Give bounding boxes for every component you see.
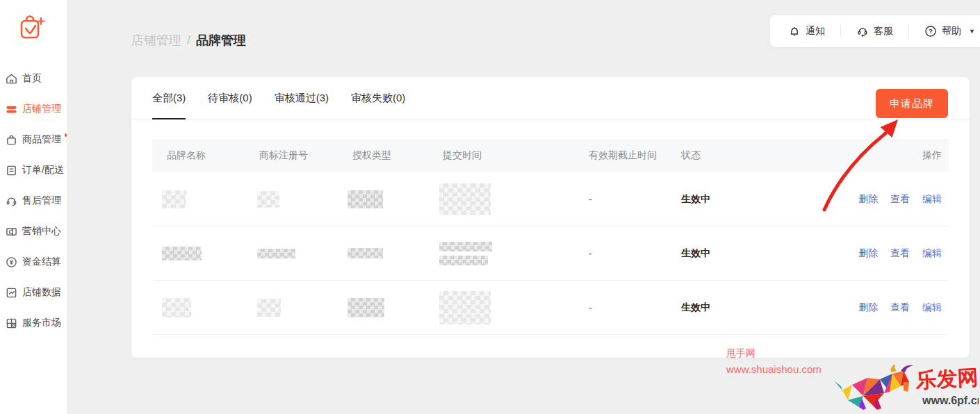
masked-submit-time <box>439 183 491 215</box>
watermark-site-name: 甩手网 <box>726 345 822 361</box>
headset-icon <box>856 25 869 38</box>
masked-auth-type <box>348 190 383 208</box>
sidebar-item-aftersale[interactable]: 售后管理 <box>0 185 67 216</box>
apply-brand-button[interactable]: 申请品牌 <box>876 89 948 118</box>
chevron-down-icon: ▼ <box>969 28 975 35</box>
app-logo-icon <box>18 13 46 43</box>
view-link[interactable]: 查看 <box>890 193 910 204</box>
masked-auth-type <box>348 248 383 258</box>
masked-reg-no <box>257 249 295 258</box>
status-tabs: 全部(3) 待审核(0) 审核通过(3) 审核失败(0) <box>131 77 970 119</box>
masked-reg-no <box>257 191 279 208</box>
masked-reg-no <box>257 299 281 317</box>
sidebar-item-label: 店铺管理 <box>22 103 61 115</box>
masked-submit-time <box>439 291 491 324</box>
tab-approved[interactable]: 审核通过(3) <box>275 77 329 119</box>
sidebar-item-orders-delivery[interactable]: 订单/配送 <box>0 155 67 185</box>
market-icon <box>6 317 17 329</box>
masked-brand-name <box>162 298 191 317</box>
customer-service-button[interactable]: 客服 <box>856 25 893 38</box>
col-header-status: 状态 <box>667 149 819 162</box>
watermark-site-url: www.shuaishou.com <box>726 361 822 379</box>
shop-icon <box>6 104 17 115</box>
edit-link[interactable]: 编辑 <box>922 301 942 313</box>
sidebar-item-marketing[interactable]: 营销中心 <box>0 216 67 247</box>
help-icon: ? <box>924 25 937 38</box>
breadcrumb: 店铺管理/品牌管理 <box>131 32 246 49</box>
col-header-submit-time: 提交时间 <box>428 149 574 162</box>
tab-pending[interactable]: 待审核(0) <box>208 77 252 119</box>
sidebar: 首页 店铺管理 商品管理 订单/配送 售后管理 营销中心 资金结算 <box>0 0 67 414</box>
masked-auth-type <box>348 298 384 317</box>
sidebar-item-label: 服务市场 <box>22 317 61 329</box>
breadcrumb-parent[interactable]: 店铺管理 <box>131 33 181 47</box>
delete-link[interactable]: 删除 <box>858 301 878 313</box>
masked-submit-time <box>439 256 488 265</box>
row-actions: 删除 查看 编辑 <box>819 247 949 260</box>
notifications-label: 通知 <box>806 25 825 38</box>
table-header-row: 品牌名称 商标注册号 授权类型 提交时间 有效期截止时间 状态 操作 <box>152 139 949 172</box>
table-row: - 生效中 删除 查看 编辑 <box>152 226 949 281</box>
valid-until-value: - <box>574 302 667 313</box>
table-row: - 生效中 删除 查看 编辑 <box>152 281 949 335</box>
funds-icon <box>6 256 17 268</box>
data-icon <box>6 287 17 299</box>
tab-rejected[interactable]: 审核失败(0) <box>351 77 405 119</box>
valid-until-value: - <box>574 194 667 205</box>
sidebar-item-goods-management[interactable]: 商品管理 <box>0 124 67 155</box>
sidebar-item-label: 售后管理 <box>22 194 61 207</box>
col-header-auth-type: 授权类型 <box>338 149 428 162</box>
lefa-site-name: 乐发网 <box>915 365 979 392</box>
notifications-button[interactable]: 通知 <box>788 25 825 38</box>
row-actions: 删除 查看 编辑 <box>819 301 949 314</box>
view-link[interactable]: 查看 <box>890 247 910 258</box>
sidebar-item-label: 资金结算 <box>22 256 61 268</box>
breadcrumb-separator: / <box>187 33 190 47</box>
sidebar-item-label: 订单/配送 <box>22 164 64 176</box>
sidebar-item-funds[interactable]: 资金结算 <box>0 247 67 277</box>
tab-all[interactable]: 全部(3) <box>152 77 186 119</box>
edit-link[interactable]: 编辑 <box>922 247 942 258</box>
delete-link[interactable]: 删除 <box>858 247 878 258</box>
bull-icon <box>834 364 913 410</box>
sidebar-item-service-market[interactable]: 服务市场 <box>0 308 67 338</box>
sidebar-item-home[interactable]: 首页 <box>0 63 67 94</box>
sidebar-item-shop-management[interactable]: 店铺管理 <box>0 94 67 124</box>
col-header-reg-no: 商标注册号 <box>245 149 338 162</box>
home-icon <box>6 73 17 85</box>
col-header-brand: 品牌名称 <box>152 149 245 162</box>
lefa-site-url: www.6pf.cn <box>922 395 979 406</box>
order-icon <box>6 165 17 176</box>
sidebar-item-shop-data[interactable]: 店铺数据 <box>0 277 67 308</box>
page-title: 品牌管理 <box>196 33 246 47</box>
table-row: - 生效中 删除 查看 编辑 <box>152 172 949 226</box>
sidebar-item-label: 店铺数据 <box>22 286 61 299</box>
status-badge: 生效中 <box>667 247 819 260</box>
topbar: 通知 客服 ? 帮助 ▼ <box>770 15 980 47</box>
new-badge-dot <box>65 133 67 137</box>
customer-service-label: 客服 <box>874 25 893 38</box>
col-header-valid-until: 有效期截止时间 <box>574 149 667 162</box>
aftersale-icon <box>6 195 17 207</box>
masked-submit-time <box>439 242 492 251</box>
brand-table: 品牌名称 商标注册号 授权类型 提交时间 有效期截止时间 状态 操作 - 生效中… <box>152 139 949 335</box>
view-link[interactable]: 查看 <box>890 301 910 313</box>
row-actions: 删除 查看 编辑 <box>819 193 949 206</box>
sidebar-item-label: 营销中心 <box>22 225 61 238</box>
delete-link[interactable]: 删除 <box>858 193 878 204</box>
watermark-shuaishou: 甩手网 www.shuaishou.com <box>726 345 822 379</box>
help-menu-button[interactable]: ? 帮助 ▼ <box>924 25 975 38</box>
help-label: 帮助 <box>942 25 961 38</box>
divider <box>840 25 841 38</box>
sidebar-item-label: 商品管理 <box>22 133 61 146</box>
sidebar-item-label: 首页 <box>22 72 42 85</box>
edit-link[interactable]: 编辑 <box>922 193 942 204</box>
valid-until-value: - <box>574 248 667 259</box>
marketing-icon <box>6 226 17 238</box>
status-badge: 生效中 <box>667 301 819 314</box>
status-badge: 生效中 <box>667 193 819 206</box>
divider <box>908 25 909 38</box>
masked-brand-name <box>162 247 202 260</box>
sidebar-menu: 首页 店铺管理 商品管理 订单/配送 售后管理 营销中心 资金结算 <box>0 63 67 338</box>
bell-icon <box>788 25 801 38</box>
